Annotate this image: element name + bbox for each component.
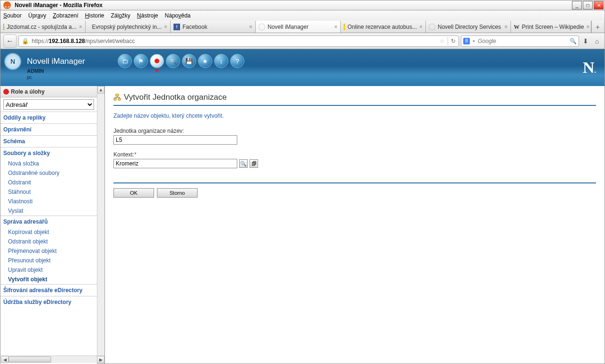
menu-zobrazeni[interactable]: Zobrazení xyxy=(53,12,78,19)
sidebar-scrollbar[interactable]: ▲ ▼ xyxy=(97,86,104,364)
tab-label: Novell Directory Services xyxy=(438,24,501,30)
toolbar-flag-icon[interactable]: ⚑ xyxy=(134,54,148,68)
sidebar-cat-schema[interactable]: Schéma xyxy=(0,135,97,147)
tab-label: Facebook xyxy=(182,24,207,30)
menu-napoveda[interactable]: Nápověda xyxy=(165,12,191,19)
search-icon[interactable]: 🔍 xyxy=(570,38,577,44)
search-input[interactable] xyxy=(478,38,567,44)
close-icon[interactable]: × xyxy=(419,24,423,30)
sidebar-item-presunout[interactable]: Přesunout objekt xyxy=(0,256,97,265)
window-maximize-button[interactable]: □ xyxy=(583,1,593,9)
sidebar: Role a úlohy Adresář Oddíly a repliky Op… xyxy=(0,86,105,364)
ok-button[interactable]: OK xyxy=(113,188,154,198)
sidebar-cat-udrzba[interactable]: Údržba služby eDirectory xyxy=(0,296,97,308)
sidebar-select[interactable]: Adresář xyxy=(3,99,94,110)
sidebar-header: Role a úlohy xyxy=(0,86,97,97)
dropdown-icon[interactable]: ▾ xyxy=(473,39,475,43)
browser-tabstrip: Jizdomat.cz - spolujízda a...× Evropský … xyxy=(0,21,605,33)
google-icon: 8 xyxy=(463,38,470,44)
toolbar-home-icon[interactable]: 🗀 xyxy=(118,54,132,68)
sidebar-item-upravit[interactable]: Upravit objekt xyxy=(0,265,97,275)
toolbar-save-icon[interactable]: 💾 xyxy=(182,54,196,68)
toolbar-refresh-icon[interactable]: ↕ xyxy=(214,54,228,68)
app-header: N Novell iManager ADMIN pc 🗀 ⚑ 🔍 💾 ★ ↕ ?… xyxy=(0,49,605,86)
toolbar-help-icon[interactable]: ? xyxy=(230,54,244,68)
tab-label: Print Screen – Wikipedie xyxy=(522,24,584,30)
browser-navbar: ← 🔒 https://192.168.8.128/nps/servlet/we… xyxy=(0,33,605,49)
new-tab-button[interactable]: + xyxy=(591,21,604,33)
search-box[interactable]: 8 ▾ 🔍 xyxy=(461,35,579,47)
hint-text: Zadejte název objektu, který chcete vytv… xyxy=(113,113,596,119)
app-user: ADMIN xyxy=(27,68,44,74)
sidebar-item-odstranit-obj[interactable]: Odstranit objekt xyxy=(0,237,97,246)
scroll-left-icon[interactable]: ◀ xyxy=(1,356,9,363)
app-frame: N Novell iManager ADMIN pc 🗀 ⚑ 🔍 💾 ★ ↕ ?… xyxy=(0,49,605,364)
svg-rect-2 xyxy=(118,98,121,100)
app-toolbar: 🗀 ⚑ 🔍 💾 ★ ↕ ? xyxy=(118,54,244,68)
close-icon[interactable]: × xyxy=(334,24,337,30)
close-icon[interactable]: × xyxy=(164,24,167,30)
url-bar[interactable]: 🔒 https://192.168.8.128/nps/servlet/weba… xyxy=(18,35,459,47)
sidebar-item-vytvorit[interactable]: Vytvořit objekt xyxy=(0,275,97,284)
toolbar-favorites-icon[interactable]: ★ xyxy=(198,54,212,68)
context-input[interactable] xyxy=(113,159,237,168)
tab-online-rezervace[interactable]: Online rezervace autobus...× xyxy=(341,21,426,33)
reload-icon[interactable]: ↻ xyxy=(451,38,456,44)
close-icon[interactable]: × xyxy=(79,24,82,30)
sidebar-item-odstranit[interactable]: Odstranit xyxy=(0,178,97,187)
sidebar-item-odstranene[interactable]: Odstraněné soubory xyxy=(0,168,97,178)
toolbar-search-icon[interactable]: 🔍 xyxy=(166,54,180,68)
novell-logo-icon: N xyxy=(4,53,21,70)
sidebar-cat-sifrovani[interactable]: Šifrování adresáře eDirectory xyxy=(0,284,97,296)
home-icon[interactable]: ⌂ xyxy=(592,37,602,45)
menu-zalozky[interactable]: Záložky xyxy=(111,12,130,19)
menu-nastroje[interactable]: Nástroje xyxy=(137,12,158,19)
scroll-up-icon[interactable]: ▲ xyxy=(97,86,104,94)
window-minimize-button[interactable]: _ xyxy=(572,1,582,9)
site-icon xyxy=(3,24,4,30)
url-text: https://192.168.8.128/nps/servlet/webacc xyxy=(32,38,437,44)
sidebar-item-nova-slozka[interactable]: Nová složka xyxy=(0,159,97,168)
tab-jizdomat[interactable]: Jizdomat.cz - spolujízda a...× xyxy=(0,21,86,33)
scroll-right-icon[interactable]: ▶ xyxy=(97,356,104,363)
tab-wikipedia[interactable]: WPrint Screen – Wikipedie× xyxy=(511,21,591,33)
cancel-button[interactable]: Storno xyxy=(157,188,198,198)
roles-icon xyxy=(3,89,9,95)
window-close-button[interactable]: ✕ xyxy=(594,1,604,9)
tab-novell-imanager[interactable]: Novell iManager× xyxy=(256,21,341,33)
toolbar-roles-icon[interactable] xyxy=(150,54,164,68)
site-icon xyxy=(259,24,265,30)
svg-rect-0 xyxy=(116,94,119,96)
scrollbar-thumb[interactable] xyxy=(9,356,51,363)
org-unit-icon xyxy=(113,94,121,101)
divider xyxy=(113,105,596,106)
downloads-icon[interactable]: ⬇ xyxy=(581,37,590,45)
sidebar-cat-oddily[interactable]: Oddíly a repliky xyxy=(0,112,97,123)
lock-icon: 🔒 xyxy=(22,38,29,44)
sidebar-item-kopirovat[interactable]: Kopírovat objekt xyxy=(0,227,97,237)
menu-historie[interactable]: Historie xyxy=(85,12,104,19)
menu-upravy[interactable]: Úpravy xyxy=(28,12,46,19)
sidebar-cat-soubory[interactable]: Soubory a složky xyxy=(0,147,97,159)
tab-facebook[interactable]: fFacebook× xyxy=(171,21,256,33)
close-icon[interactable]: × xyxy=(504,24,508,30)
browse-icon[interactable]: 🔍 xyxy=(239,159,248,168)
tab-novell-ds[interactable]: Novell Directory Services× xyxy=(426,21,511,33)
close-icon[interactable]: × xyxy=(586,24,589,30)
sidebar-item-vyslat[interactable]: Vyslat xyxy=(0,206,97,216)
sidebar-item-prejmenovat[interactable]: Přejmenovat objekt xyxy=(0,246,97,256)
back-button[interactable]: ← xyxy=(3,35,17,48)
close-icon[interactable]: × xyxy=(249,24,252,30)
tab-evropsky[interactable]: Evropský polytechnický in...× xyxy=(86,21,171,33)
sidebar-hscrollbar[interactable]: ◀ ▶ xyxy=(1,355,104,363)
history-icon[interactable]: 🗐 xyxy=(250,159,258,168)
sidebar-item-stahnout[interactable]: Stáhnout xyxy=(0,187,97,197)
tab-label: Novell iManager xyxy=(268,24,309,30)
sidebar-cat-opravneni[interactable]: Oprávnění xyxy=(0,123,97,135)
tab-label: Evropský polytechnický in... xyxy=(92,24,162,30)
menu-soubor[interactable]: Soubor xyxy=(3,12,22,19)
sidebar-item-vlastnosti[interactable]: Vlastnosti xyxy=(0,197,97,206)
name-input[interactable] xyxy=(113,135,237,145)
sidebar-cat-sprava[interactable]: Správa adresářů xyxy=(0,216,97,227)
bookmark-star-icon[interactable]: ☆ xyxy=(440,38,445,44)
